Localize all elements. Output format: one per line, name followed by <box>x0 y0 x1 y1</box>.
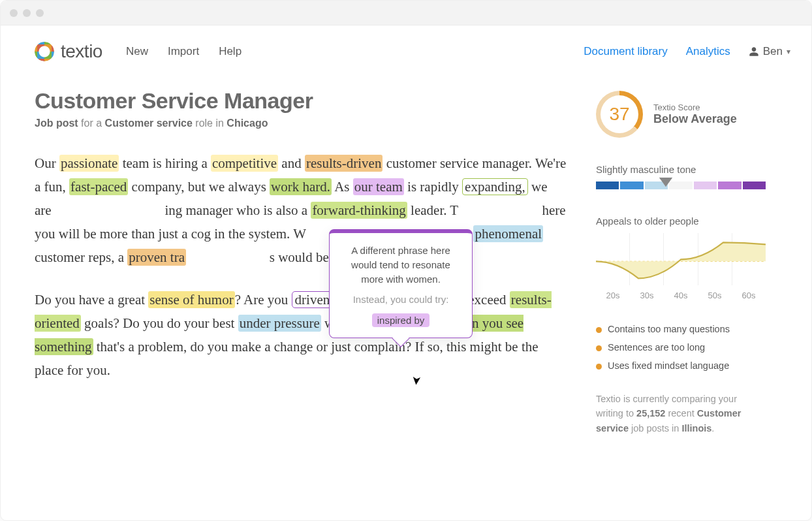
age-title: Appeals to older people <box>596 215 766 227</box>
hl-work-hard[interactable]: work hard. <box>270 178 332 195</box>
paragraph-1[interactable]: Our passionate team is hiring a competit… <box>35 151 567 270</box>
logo-ring-icon <box>35 42 54 61</box>
subtitle-jobpost: Job post <box>35 118 78 129</box>
hl-forward-thinking[interactable]: forward-thinking <box>311 202 407 219</box>
app-window: textio New Import Help Document library … <box>0 0 812 521</box>
user-icon <box>749 46 759 57</box>
comparison-text: Textio is currently comparing your writi… <box>596 392 766 435</box>
topbar: textio New Import Help Document library … <box>1 25 811 69</box>
doc-subtitle: Job post for a Customer service role in … <box>35 118 567 129</box>
tone-title: Slightly masculine tone <box>596 164 766 175</box>
score-rating: Below Average <box>653 112 737 126</box>
window-titlebar <box>1 1 811 25</box>
tooltip-hint: Instead, you could try: <box>339 292 463 307</box>
suggestion-tooltip[interactable]: A different phrase here would tend to re… <box>329 229 473 338</box>
tone-meter[interactable] <box>596 182 766 189</box>
subtitle-city: Chicago <box>226 118 268 129</box>
hl-sense-of-humor[interactable]: sense of humor <box>148 291 234 308</box>
cursor-icon: ➤ <box>409 375 424 387</box>
age-labels: 20s30s40s50s60s <box>596 291 766 300</box>
hl-our-team[interactable]: our team <box>353 178 404 195</box>
nav-analytics[interactable]: Analytics <box>686 45 730 58</box>
score-ring: 37 <box>596 91 643 138</box>
score-value: 37 <box>609 104 629 125</box>
doc-title[interactable]: Customer Service Manager <box>35 88 567 114</box>
hl-phenomenal[interactable]: phenomenal <box>473 225 543 242</box>
nav-document-library[interactable]: Document library <box>584 45 668 58</box>
tooltip-suggestion[interactable]: inspired by <box>372 313 430 327</box>
main-menu: New Import Help <box>126 45 242 58</box>
hl-fast-paced[interactable]: fast-paced <box>69 178 128 195</box>
window-dot-min[interactable] <box>23 9 31 17</box>
score-label: Textio Score <box>653 103 737 112</box>
paragraph-2[interactable]: Do you have a great sense of humor? Are … <box>35 288 567 382</box>
editor-pane[interactable]: Customer Service Manager Job post for a … <box>35 82 596 496</box>
issue-item[interactable]: Sentences are too long <box>596 338 766 356</box>
logo-text: textio <box>61 41 102 62</box>
score-panel[interactable]: 37 Textio Score Below Average <box>596 91 766 138</box>
window-dot-close[interactable] <box>10 9 18 17</box>
menu-new[interactable]: New <box>126 45 148 58</box>
menu-help[interactable]: Help <box>219 45 242 58</box>
compare-count: 25,152 <box>636 408 665 418</box>
age-chart <box>596 233 766 285</box>
hl-proven-track[interactable]: proven tra <box>127 249 186 266</box>
hl-results-driven[interactable]: results-driven <box>305 155 383 172</box>
subtitle-role: Customer service <box>105 118 193 129</box>
sidebar: 37 Textio Score Below Average Slightly m… <box>596 82 766 496</box>
issue-item[interactable]: Contains too many questions <box>596 320 766 338</box>
tooltip-message: A different phrase here would tend to re… <box>339 244 463 286</box>
hl-expanding[interactable]: expanding, <box>462 178 528 195</box>
compare-region: Illinois <box>681 423 711 434</box>
chevron-down-icon: ▾ <box>787 47 790 56</box>
age-curve-icon <box>596 233 766 290</box>
hl-under-pressure[interactable]: under pressure <box>238 315 321 332</box>
hl-passionate[interactable]: passionate <box>59 155 119 172</box>
window-dot-max[interactable] <box>36 9 44 17</box>
issue-item[interactable]: Uses fixed mindset language <box>596 356 766 375</box>
user-menu[interactable]: Ben ▾ <box>749 45 790 58</box>
user-name: Ben <box>763 45 783 58</box>
menu-import[interactable]: Import <box>168 45 199 58</box>
doc-body[interactable]: Our passionate team is hiring a competit… <box>35 151 567 382</box>
issue-list: Contains too many questionsSentences are… <box>596 320 766 375</box>
hl-competitive[interactable]: competitive <box>211 155 278 172</box>
app-logo[interactable]: textio <box>35 41 102 62</box>
